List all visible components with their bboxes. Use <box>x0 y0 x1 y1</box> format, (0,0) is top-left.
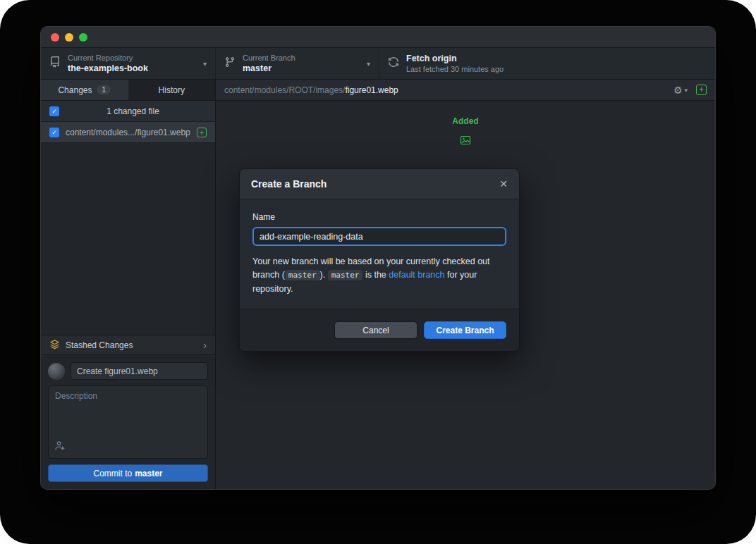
tab-history-label: History <box>159 85 185 95</box>
commit-button-branch: master <box>135 469 162 478</box>
avatar <box>48 363 65 380</box>
image-preview-icon <box>460 135 471 149</box>
desc-text: ). <box>320 270 328 280</box>
tab-history[interactable]: History <box>128 80 216 100</box>
toolbar: Current Repository the-examples-book ▾ C… <box>41 48 715 80</box>
check-icon: ✓ <box>51 108 57 115</box>
branch-description-text: Your new branch will be based on your cu… <box>252 255 506 296</box>
file-path-prefix: content/modules/ROOT/images/ <box>224 85 345 95</box>
fetch-text: Fetch origin Last fetched 30 minutes ago <box>406 53 504 75</box>
gear-icon: ⚙ <box>673 85 683 95</box>
check-icon: ✓ <box>51 129 57 136</box>
summary-row <box>48 362 208 380</box>
repository-label: Current Repository <box>68 53 148 63</box>
diff-options-button[interactable]: ⚙ ▾ <box>673 85 688 95</box>
branch-name-input[interactable] <box>252 227 506 246</box>
file-path-name: figure01.webp <box>345 85 398 95</box>
commit-button[interactable]: Commit to master <box>48 464 208 482</box>
git-branch-icon <box>224 56 236 70</box>
diff-status-label: Added <box>452 116 478 126</box>
dialog-body: Name Your new branch will be based on yo… <box>240 199 519 309</box>
branch-code: master <box>285 270 320 280</box>
stashed-changes-label: Stashed Changes <box>66 340 133 350</box>
file-name: content/modules.../figure01.webp <box>66 128 190 137</box>
stashed-changes-row[interactable]: Stashed Changes › <box>41 335 215 355</box>
sidebar-empty-area <box>41 143 215 335</box>
branch-name: master <box>243 63 295 74</box>
fetch-status: Last fetched 30 minutes ago <box>406 64 504 74</box>
fetch-origin-button[interactable]: Fetch origin Last fetched 30 minutes ago <box>379 48 715 79</box>
create-branch-dialog: Create a Branch ✕ Name Your new branch w… <box>239 168 520 352</box>
repository-text: Current Repository the-examples-book <box>68 53 148 75</box>
repository-name: the-examples-book <box>68 63 148 74</box>
sidebar: Changes 1 History ✓ 1 changed file ✓ con… <box>41 80 216 489</box>
fetch-label: Fetch origin <box>406 53 504 64</box>
github-desktop-window: Current Repository the-examples-book ▾ C… <box>40 26 716 490</box>
branch-code: master <box>328 270 363 280</box>
close-icon[interactable]: ✕ <box>499 178 508 190</box>
commit-description-input[interactable] <box>49 386 207 438</box>
create-branch-button[interactable]: Create Branch <box>424 321 506 339</box>
chevron-right-icon: › <box>203 340 207 350</box>
default-branch-link[interactable]: default branch <box>389 270 444 280</box>
changes-count-badge: 1 <box>97 85 111 94</box>
tab-changes[interactable]: Changes 1 <box>41 80 128 100</box>
stash-icon <box>49 339 60 352</box>
select-all-row: ✓ 1 changed file <box>41 101 215 122</box>
add-coauthor-icon[interactable] <box>54 440 65 454</box>
sync-icon <box>388 56 399 70</box>
current-repository-selector[interactable]: Current Repository the-examples-book ▾ <box>41 48 216 79</box>
dialog-header: Create a Branch ✕ <box>240 169 519 199</box>
dialog-footer: Cancel Create Branch <box>240 309 519 351</box>
added-file-icon[interactable]: + <box>696 85 707 95</box>
description-box <box>48 385 208 459</box>
chevron-down-icon: ▾ <box>367 60 370 68</box>
header-actions: ⚙ ▾ + <box>673 85 707 95</box>
branch-name-label: Name <box>252 212 506 222</box>
dialog-title: Create a Branch <box>251 178 327 190</box>
commit-summary-input[interactable] <box>71 362 208 380</box>
minimize-window-button[interactable] <box>65 33 73 42</box>
chevron-down-icon: ▾ <box>203 60 207 68</box>
changed-files-summary: 1 changed file <box>59 106 207 116</box>
changed-file-row[interactable]: ✓ content/modules.../figure01.webp + <box>41 122 215 143</box>
zoom-window-button[interactable] <box>79 33 87 42</box>
sidebar-tabs: Changes 1 History <box>41 80 215 101</box>
select-all-checkbox[interactable]: ✓ <box>49 106 59 116</box>
tab-changes-label: Changes <box>58 85 92 95</box>
current-branch-selector[interactable]: Current Branch master ▾ <box>216 48 379 79</box>
file-path-header: content/modules/ROOT/images/ figure01.we… <box>216 80 715 101</box>
branch-text: Current Branch master <box>243 53 295 75</box>
file-checkbox[interactable]: ✓ <box>49 128 59 137</box>
chevron-down-icon: ▾ <box>684 87 688 94</box>
repo-icon <box>49 56 61 70</box>
commit-button-prefix: Commit to <box>93 469 132 478</box>
cancel-button[interactable]: Cancel <box>334 321 417 339</box>
desc-text: is the <box>362 270 389 280</box>
titlebar <box>41 27 715 48</box>
close-window-button[interactable] <box>51 33 59 42</box>
commit-form: Commit to master <box>41 355 215 489</box>
branch-label: Current Branch <box>243 53 295 63</box>
file-added-status-icon: + <box>197 128 207 137</box>
